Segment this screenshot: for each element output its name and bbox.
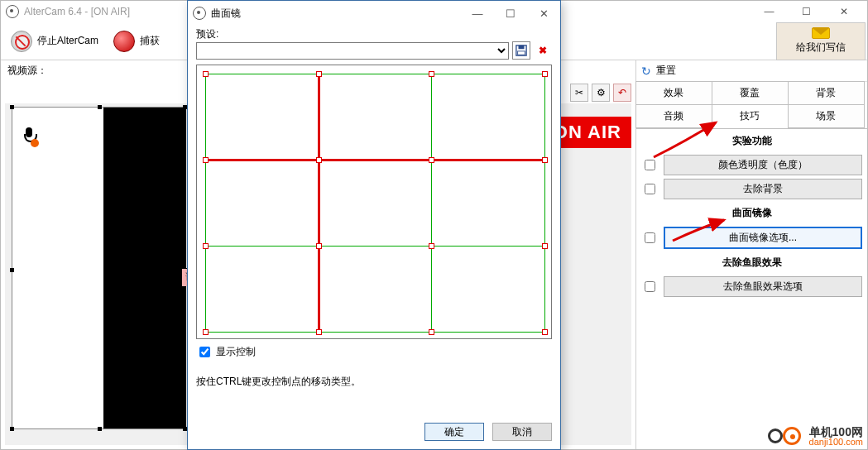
gear-icon: ⚙ (597, 87, 606, 98)
preset-label: 预设: (196, 27, 552, 41)
section-remove-fisheye: 去除鱼眼效果 (636, 251, 867, 275)
remove-fisheye-options-button[interactable]: 去除鱼眼效果选项 (664, 276, 862, 297)
show-controls-checkbox[interactable] (199, 347, 210, 357)
watermark-logo-icon (768, 427, 804, 447)
remove-bg-button[interactable]: 去除背景 (664, 179, 862, 199)
minimize-button[interactable]: — (751, 1, 788, 22)
dialog-title: 曲面镜 (211, 7, 461, 21)
color-transparency-button[interactable]: 颜色透明度（色度） (664, 155, 862, 175)
floppy-icon (516, 45, 527, 56)
color-transparency-checkbox[interactable] (645, 160, 655, 170)
crop-icon: ✂ (575, 87, 583, 98)
curved-mirror-checkbox[interactable] (645, 232, 655, 243)
crop-button[interactable]: ✂ (570, 84, 588, 102)
app-icon (6, 5, 19, 18)
show-controls-label: 显示控制 (216, 345, 256, 359)
right-panel: ↻ 重置 效果 覆盖 背景 音频 技巧 场景 实验功能 颜色透明度（色度） 去除… (635, 60, 867, 449)
preview-settings-button[interactable]: ⚙ (592, 84, 610, 102)
tab-background[interactable]: 背景 (788, 81, 865, 105)
stop-label: 停止AlterCam (37, 34, 98, 48)
remove-fisheye-checkbox[interactable] (645, 281, 655, 292)
close-button[interactable]: ✕ (825, 1, 862, 22)
preview-reset-button[interactable]: ↶ (613, 84, 631, 102)
preset-delete-button[interactable]: ✖ (534, 41, 552, 60)
delete-icon: ✖ (539, 45, 547, 56)
stop-altercam-button[interactable]: 停止AlterCam (4, 26, 105, 56)
tab-tricks[interactable]: 技巧 (712, 104, 789, 128)
video-preview[interactable] (12, 107, 185, 429)
dialog-titlebar[interactable]: 曲面镜 — ☐ ✕ (188, 1, 560, 26)
ok-button[interactable]: 确定 (424, 423, 484, 441)
section-curved-mirror: 曲面镜像 (636, 201, 867, 225)
control-grid[interactable] (196, 65, 552, 339)
show-controls-checkbox-row[interactable]: 显示控制 (196, 339, 552, 365)
tabs: 效果 覆盖 背景 音频 技巧 场景 (636, 82, 867, 129)
dialog-close-button[interactable]: ✕ (527, 2, 560, 25)
reset-button[interactable]: ↻ 重置 (636, 60, 867, 82)
preset-save-button[interactable] (512, 41, 530, 60)
tab-audio[interactable]: 音频 (635, 104, 712, 128)
remove-bg-checkbox[interactable] (645, 184, 655, 194)
curved-mirror-dialog: 曲面镜 — ☐ ✕ 预设: ✖ (187, 0, 561, 450)
tab-effects[interactable]: 效果 (635, 81, 712, 105)
dialog-minimize-button[interactable]: — (461, 2, 494, 25)
preview-tools: ✂ ⚙ ↶ (570, 84, 631, 102)
dialog-icon (193, 7, 206, 20)
stop-icon (11, 31, 32, 52)
reset-label: 重置 (656, 64, 676, 78)
write-us-label: 给我们写信 (796, 41, 846, 55)
curved-mirror-options-button[interactable]: 曲面镜像选项... (664, 227, 862, 249)
dialog-maximize-button[interactable]: ☐ (494, 2, 527, 25)
reset-icon: ↻ (641, 65, 651, 78)
dialog-hint-text: 按住CTRL键更改控制点的移动类型。 (196, 365, 552, 399)
cancel-button[interactable]: 取消 (492, 423, 552, 441)
svg-rect-1 (519, 45, 525, 49)
mail-icon (812, 27, 830, 39)
capture-button[interactable]: 捕获 (107, 26, 166, 56)
dialog-body: 预设: ✖ (188, 26, 560, 418)
tab-scene[interactable]: 场景 (788, 104, 865, 128)
record-icon (113, 31, 135, 52)
watermark-name: 单机100网 (809, 427, 863, 437)
preset-select[interactable] (196, 42, 509, 60)
watermark: 单机100网 danji100.com (768, 427, 863, 447)
watermark-url: danji100.com (809, 437, 863, 447)
dialog-buttons: 确定 取消 (188, 418, 560, 449)
undo-icon: ↶ (618, 87, 626, 98)
write-us-button[interactable]: 给我们写信 (776, 22, 866, 60)
maximize-button[interactable]: ☐ (788, 1, 825, 22)
capture-label: 捕获 (140, 34, 160, 48)
tab-overlay[interactable]: 覆盖 (712, 81, 789, 105)
section-experimental: 实验功能 (636, 129, 867, 153)
svg-rect-2 (518, 51, 525, 55)
main-window-controls: — ☐ ✕ (751, 1, 862, 22)
